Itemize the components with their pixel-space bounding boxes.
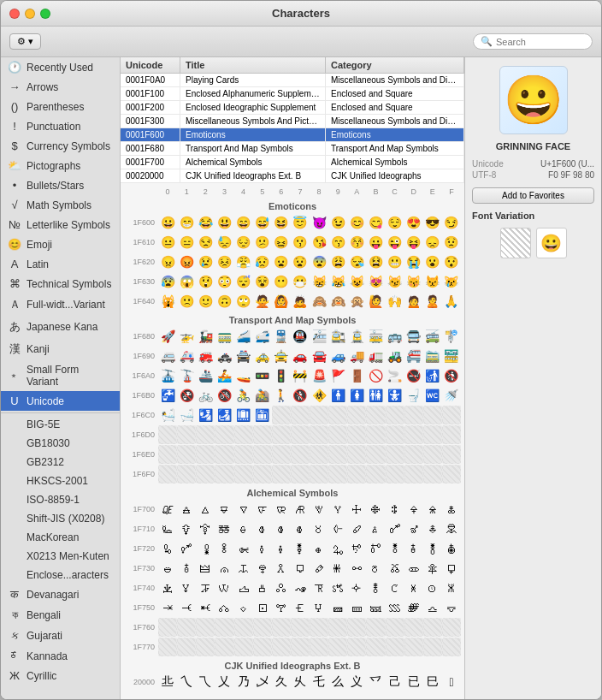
grid-cell[interactable] bbox=[291, 618, 310, 637]
grid-cell[interactable]: 😟 bbox=[442, 233, 461, 252]
grid-cell[interactable] bbox=[423, 638, 442, 656]
grid-cell[interactable]: 🚯 bbox=[442, 366, 461, 385]
grid-cell[interactable] bbox=[158, 638, 177, 656]
grid-cell[interactable]: 🜴 bbox=[234, 559, 253, 578]
grid-cell[interactable]: 🜂 bbox=[196, 500, 215, 519]
grid-cell[interactable]: 😎 bbox=[423, 213, 442, 232]
grid-cell[interactable]: 😉 bbox=[328, 213, 347, 232]
grid-cell[interactable]: 😒 bbox=[196, 233, 215, 252]
grid-cell[interactable] bbox=[386, 638, 404, 656]
sidebar-item-big5e[interactable]: BIG-5E bbox=[1, 415, 120, 434]
grid-cell[interactable]: 🝞 bbox=[423, 598, 442, 617]
grid-cell[interactable]: 🜃 bbox=[215, 500, 233, 519]
grid-cell[interactable]: 🜫 bbox=[366, 539, 385, 558]
sidebar-item-recently-used[interactable]: 🕐 Recently Used bbox=[1, 57, 120, 77]
grid-cell[interactable]: 🜙 bbox=[328, 519, 347, 538]
grid-cell[interactable]: 🝎 bbox=[423, 578, 442, 597]
grid-cell[interactable]: 🚮 bbox=[423, 366, 442, 385]
grid-cell[interactable]: 🝜 bbox=[386, 598, 404, 617]
grid-cell[interactable] bbox=[310, 465, 328, 483]
grid-cell[interactable]: 🚎 bbox=[423, 327, 442, 346]
grid-cell[interactable]: 🙉 bbox=[328, 292, 347, 311]
grid-cell[interactable]: 🚐 bbox=[158, 347, 177, 365]
grid-cell[interactable]: 🝛 bbox=[366, 598, 385, 617]
grid-cell[interactable]: 😈 bbox=[310, 213, 328, 232]
grid-cell[interactable]: 🙍 bbox=[404, 292, 423, 311]
grid-cell[interactable]: 🝗 bbox=[291, 598, 310, 617]
grid-cell[interactable]: 义 bbox=[347, 673, 366, 691]
grid-cell[interactable]: 🚦 bbox=[272, 366, 291, 385]
grid-cell[interactable]: 🜤 bbox=[234, 539, 253, 558]
font-sample-emoji[interactable]: 😀 bbox=[536, 228, 567, 258]
grid-cell[interactable]: 🚥 bbox=[253, 366, 272, 385]
grid-cell[interactable] bbox=[158, 445, 177, 464]
grid-cell[interactable]: 🚚 bbox=[347, 347, 366, 365]
grid-cell[interactable]: 😅 bbox=[253, 213, 272, 232]
grid-cell[interactable]: 🜕 bbox=[253, 519, 272, 538]
sidebar-item-cyrillic[interactable]: Ж Cyrillic bbox=[1, 666, 120, 685]
grid-cell[interactable]: 🝕 bbox=[253, 598, 272, 617]
grid-cell[interactable]: 😾 bbox=[423, 272, 442, 291]
grid-cell[interactable]: 🜲 bbox=[196, 559, 215, 578]
grid-cell[interactable]: 🜝 bbox=[404, 519, 423, 538]
grid-cell[interactable]: 😜 bbox=[386, 233, 404, 252]
grid-cell[interactable]: 🚝 bbox=[404, 347, 423, 365]
grid-cell[interactable]: 🝚 bbox=[347, 598, 366, 617]
sidebar-item-mackorean[interactable]: MacKorean bbox=[1, 528, 120, 547]
grid-cell[interactable]: 😏 bbox=[442, 213, 461, 232]
grid-cell[interactable]: 🜯 bbox=[442, 539, 461, 558]
sidebar-item-shiftjis[interactable]: Shift-JIS (X0208) bbox=[1, 509, 120, 528]
grid-cell[interactable] bbox=[253, 425, 272, 444]
grid-cell[interactable]: 🜞 bbox=[423, 519, 442, 538]
grid-cell[interactable]: 🝉 bbox=[328, 578, 347, 597]
grid-cell[interactable]: 🜩 bbox=[328, 539, 347, 558]
grid-cell[interactable]: 🜪 bbox=[347, 539, 366, 558]
grid-cell[interactable]: 😄 bbox=[234, 213, 253, 232]
sidebar-item-punctuation[interactable]: ! Punctuation bbox=[1, 116, 120, 136]
grid-cell[interactable]: 🚡 bbox=[177, 366, 196, 385]
grid-cell[interactable]: 🝆 bbox=[272, 578, 291, 597]
grid-cell[interactable] bbox=[291, 445, 310, 464]
grid-cell[interactable]: 🜨 bbox=[310, 539, 328, 558]
grid-cell[interactable]: 🜣 bbox=[215, 539, 233, 558]
grid-cell[interactable]: 🜥 bbox=[253, 539, 272, 558]
grid-cell[interactable]: 🚋 bbox=[366, 327, 385, 346]
grid-cell[interactable]: 😵 bbox=[253, 272, 272, 291]
grid-cell[interactable]: 😁 bbox=[177, 213, 196, 232]
grid-cell[interactable]: 🚞 bbox=[423, 347, 442, 365]
sidebar-item-fullwidth[interactable]: Ａ Full-widt...Variant bbox=[1, 294, 120, 316]
grid-cell[interactable] bbox=[328, 425, 347, 444]
sidebar-item-technical[interactable]: ⌘ Technical Symbols bbox=[1, 274, 120, 294]
grid-cell[interactable]: 🝌 bbox=[386, 578, 404, 597]
grid-cell[interactable]: 🝅 bbox=[253, 578, 272, 597]
add-to-favorites-button[interactable]: Add to Favorites bbox=[472, 187, 594, 204]
grid-cell[interactable]: 😝 bbox=[404, 233, 423, 252]
grid-cell[interactable] bbox=[423, 618, 442, 637]
grid-cell[interactable]: 🛂 bbox=[196, 406, 215, 424]
grid-cell[interactable]: 🛃 bbox=[215, 406, 233, 424]
grid-cell[interactable]: 🜅 bbox=[253, 500, 272, 519]
grid-cell[interactable] bbox=[366, 638, 385, 656]
grid-cell[interactable] bbox=[272, 618, 291, 637]
grid-cell[interactable]: 🚷 bbox=[291, 386, 310, 405]
grid-cell[interactable]: 🜈 bbox=[310, 500, 328, 519]
grid-cell[interactable] bbox=[423, 465, 442, 483]
grid-cell[interactable]: 🚂 bbox=[196, 327, 215, 346]
grid-cell[interactable]: 😡 bbox=[177, 252, 196, 271]
grid-cell[interactable]: 🚬 bbox=[386, 366, 404, 385]
grid-cell[interactable]: 🙀 bbox=[158, 292, 177, 311]
grid-cell[interactable]: 🜛 bbox=[366, 519, 385, 538]
grid-cell[interactable]: 😼 bbox=[386, 272, 404, 291]
grid-cell[interactable] bbox=[272, 638, 291, 656]
grid-cell[interactable] bbox=[253, 445, 272, 464]
grid-cell[interactable]: 乄 bbox=[253, 673, 272, 691]
grid-cell[interactable]: 🛄 bbox=[234, 406, 253, 424]
grid-cell[interactable] bbox=[177, 445, 196, 464]
grid-cell[interactable]: 久 bbox=[272, 673, 291, 691]
grid-cell[interactable]: 😲 bbox=[196, 272, 215, 291]
grid-cell[interactable] bbox=[215, 445, 233, 464]
grid-cell[interactable]: 🚻 bbox=[366, 386, 385, 405]
grid-cell[interactable]: 😳 bbox=[215, 272, 233, 291]
sidebar-item-iso8859[interactable]: ISO-8859-1 bbox=[1, 490, 120, 509]
grid-cell[interactable] bbox=[310, 445, 328, 464]
